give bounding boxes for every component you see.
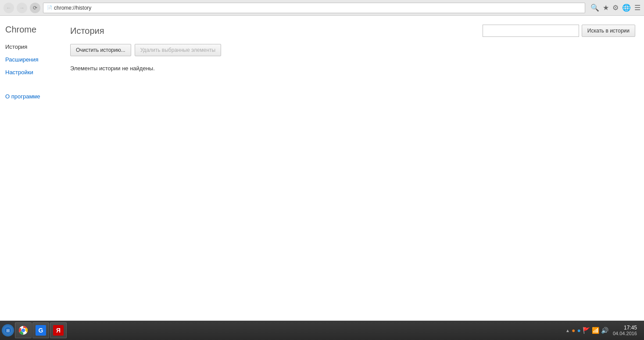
clear-history-button[interactable]: Очистить историю... [70,44,131,56]
tray-icon-signal[interactable]: 📶 [592,327,599,334]
empty-message: Элементы истории не найдены. [70,65,635,72]
main-content: История Искать в истории Очистить истори… [61,16,644,321]
tray-expand-icon[interactable]: ▲ [565,328,570,333]
taskbar-g-icon[interactable]: G [32,322,49,338]
sidebar-item-history[interactable]: История [5,43,56,50]
tray-icon-flag[interactable]: 🚩 [583,327,590,334]
system-tray: ▲ ● ● 🚩 📶 🔊 17:45 04.04.2016 [565,325,642,336]
taskbar-yandex-icon[interactable]: Я [50,322,67,338]
clock-area[interactable]: 17:45 04.04.2016 [610,325,640,336]
page-area: Chrome История Расширения Настройки О пр… [0,16,644,321]
back-button[interactable]: ← [4,3,14,13]
svg-point-4 [22,329,25,332]
start-button[interactable]: ⊞ [2,324,14,336]
search-area: Искать в истории [483,25,635,37]
address-bar-icon: 📄 [47,5,52,10]
reload-button[interactable]: ⟳ [30,3,40,13]
taskbar: ⊞ G Я ▲ ● ● 🚩 📶 🔊 17:45 04.04.2016 [0,321,644,340]
address-text: chrome://history [54,5,91,11]
extensions-icon[interactable]: ⚙ [612,4,619,12]
tray-icon-orange[interactable]: ● [572,327,575,334]
sidebar-nav: История Расширения Настройки [5,43,56,76]
taskbar-chrome-icon[interactable] [15,322,32,338]
svg-text:⊞: ⊞ [6,328,10,333]
bookmark-icon[interactable]: ★ [603,4,609,12]
globe-icon[interactable]: 🌐 [622,4,631,12]
clock-time: 17:45 [613,325,637,331]
sidebar-about: О программе [5,93,56,100]
forward-button[interactable]: → [17,3,27,13]
sidebar-brand: Chrome [5,25,56,35]
delete-selected-button[interactable]: Удалить выбранные элементы [135,44,221,56]
action-bar: Очистить историю... Удалить выбранные эл… [70,44,635,56]
sidebar-item-extensions[interactable]: Расширения [5,56,56,63]
search-history-button[interactable]: Искать в истории [582,25,635,37]
browser-topbar: ← → ⟳ 📄 chrome://history 🔍 ★ ⚙ 🌐 ☰ [0,0,644,16]
sidebar-item-about[interactable]: О программе [5,93,40,100]
tray-icon-volume[interactable]: 🔊 [601,327,608,334]
page-title: История [70,26,104,36]
address-bar[interactable]: 📄 chrome://history [43,3,585,13]
menu-icon[interactable]: ☰ [634,4,640,12]
sidebar: Chrome История Расширения Настройки О пр… [0,16,61,321]
topbar-icons: 🔍 ★ ⚙ 🌐 ☰ [590,4,640,12]
sidebar-item-settings[interactable]: Настройки [5,69,56,76]
search-input[interactable] [483,25,579,37]
zoom-icon[interactable]: 🔍 [590,4,599,12]
tray-icon-blue[interactable]: ● [577,327,580,334]
main-header: История Искать в истории [70,25,635,37]
clock-date: 04.04.2016 [613,331,637,336]
